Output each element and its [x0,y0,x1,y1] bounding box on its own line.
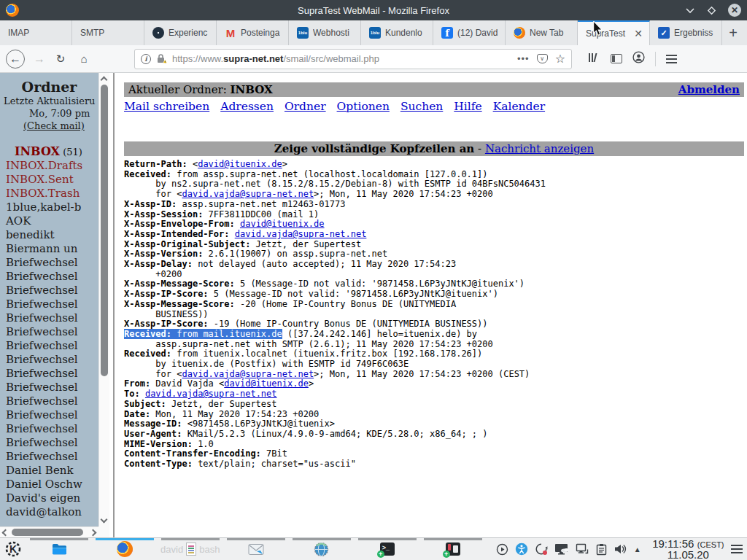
library-icon[interactable] [588,52,600,66]
folder-david-talkon[interactable]: david@talkon [0,505,98,519]
software-update-icon[interactable] [535,542,548,556]
folder-briefwechsel[interactable]: Briefwechsel [0,450,98,464]
email-address-link[interactable]: david@ituenix.de [240,219,325,229]
folder-briefwechsel[interactable]: Briefwechsel [0,353,98,367]
email-address-link[interactable]: david.vajda@supra-net.net [145,389,277,399]
site-info-icon[interactable]: i [141,54,151,64]
tab-posteinga[interactable]: MPosteinga [217,20,289,45]
tab-supratest[interactable]: SupraTest✕ [578,20,650,45]
reload-icon[interactable]: ↻ [51,52,70,66]
tab-new-tab[interactable]: New Tab [506,20,578,45]
scroll-left-icon[interactable] [2,529,9,537]
email-address-link[interactable]: david@ituenix.de [198,159,282,169]
scrollbar-thumb[interactable] [101,85,108,376]
folder-briefwechsel[interactable]: Briefwechsel [0,381,98,394]
folder-inbox-drafts[interactable]: INBOX.Drafts [0,159,98,173]
sidebar-horizontal-scrollbar[interactable] [0,526,98,537]
task-terminal-new[interactable]: >_+ [355,538,420,560]
folder-daniel-benk[interactable]: Daniel Benk [0,464,98,478]
menu-link-adressen[interactable]: Adressen [220,100,274,113]
view-message-link[interactable]: Nachricht anzeigen [485,142,594,155]
task-file-manager[interactable] [26,538,92,560]
media-player-icon[interactable] [496,543,508,556]
folder-inbox-sent[interactable]: INBOX.Sent [0,173,98,187]
back-icon[interactable]: ← [6,50,25,69]
tab-smtp[interactable]: SMTP [72,20,144,45]
folder-david-s-eigen[interactable]: David's eigen [0,491,98,505]
account-icon[interactable] [632,51,645,66]
task-konsole-session[interactable]: davidbash [158,538,223,560]
tab--12-david[interactable]: f(12) David [433,20,506,45]
pocket-icon[interactable]: ∨ [537,54,548,63]
folder-briefwechsel[interactable]: Briefwechsel [0,311,98,325]
menu-link-optionen[interactable]: Optionen [337,100,390,113]
tab-webhosti[interactable]: 1bluWebhosti [289,20,361,45]
email-address-link[interactable]: david.vajda@supra-net.net [182,189,314,199]
folder-briefwechsel[interactable]: Briefwechsel [0,284,98,298]
panel-menu-icon[interactable] [731,542,743,556]
menu-link-mail-schreiben[interactable]: Mail schreiben [124,100,209,113]
bookmark-star-icon[interactable]: ☆ [555,52,565,66]
folder-aok[interactable]: AOK [0,214,98,228]
folder-briefwechsel[interactable]: Briefwechsel [0,339,98,353]
email-address-link[interactable]: david@ituenix.de [224,378,309,389]
folder-biermann-un[interactable]: Biermann un [0,242,98,256]
screen-share-icon[interactable] [554,543,569,556]
menu-link-kalender[interactable]: Kalender [493,100,545,113]
menu-link-suchen[interactable]: Suchen [400,100,443,113]
folder-briefwechsel[interactable]: Briefwechsel [0,298,98,311]
folder-briefwechsel[interactable]: Briefwechsel [0,270,98,284]
tab-ergebniss[interactable]: ✓Ergebniss [650,20,722,45]
sidebar-vertical-scrollbar[interactable] [98,73,109,526]
tab-close-icon[interactable]: ✕ [633,28,643,39]
email-address-link[interactable]: david.vajda@supra-net.net [235,229,367,239]
folder-briefwechsel[interactable]: Briefwechsel [0,408,98,422]
network-icon[interactable] [576,543,589,556]
folder-briefwechsel[interactable]: Briefwechsel [0,436,98,450]
email-address-link[interactable]: david.vajda@supra-net.net [182,369,314,379]
tab-experienc[interactable]: Experienc [144,20,217,45]
logout-link[interactable]: Abmelden [678,83,740,96]
folder-inbox-trash[interactable]: INBOX.Trash [0,187,98,201]
insecure-lock-icon[interactable] [156,53,167,64]
task-editor-new[interactable]: + [420,538,486,560]
folder-benedikt[interactable]: benedikt [0,228,98,242]
folder-briefwechsel[interactable]: Briefwechsel [0,256,98,270]
close-icon[interactable]: ✕ [728,4,741,17]
folder-inbox[interactable]: INBOX (51) [0,144,98,159]
url-bar[interactable]: i https://www.supra-net.net/smail/src/we… [134,49,572,69]
task-firefox[interactable] [92,538,158,560]
accessibility-icon[interactable] [515,542,528,556]
menu-icon[interactable] [666,52,677,66]
folder-briefwechsel[interactable]: Briefwechsel [0,367,98,381]
scroll-right-icon[interactable] [90,529,97,537]
digital-clock[interactable]: 19:11:56 (CEST) 11.05.20 [650,539,727,560]
minimize-icon[interactable] [685,7,695,14]
scrollbar-thumb[interactable] [12,529,83,536]
expand-panel-icon[interactable]: ▲ [634,545,641,553]
frame-divider[interactable] [109,73,118,537]
scroll-down-icon[interactable] [101,516,108,524]
folder-1blue-kabel-b[interactable]: 1blue,kabel-b [0,201,98,214]
page-actions-icon[interactable]: ••• [517,53,530,64]
home-icon[interactable]: ⌂ [74,52,93,65]
volume-icon[interactable] [614,543,627,555]
menu-link-hilfe[interactable]: Hilfe [454,100,481,113]
scroll-up-icon[interactable] [101,77,108,84]
new-tab-button[interactable]: + [722,20,744,45]
application-launcher-icon[interactable]: K [0,538,26,560]
folder-briefwechsel[interactable]: Briefwechsel [0,422,98,436]
task-mail-client[interactable] [223,538,289,560]
clipboard-icon[interactable] [596,543,607,556]
maximize-icon[interactable] [707,6,716,15]
tab-imap[interactable]: IMAP [0,20,72,45]
check-mail-link[interactable]: (Check mail) [23,120,85,131]
sidebar-toggle-icon[interactable] [611,54,622,63]
folder-briefwechsel[interactable]: Briefwechsel [0,394,98,408]
task-web-globe[interactable] [289,538,355,560]
forward-icon[interactable]: → [31,52,48,66]
folder-daniel-oschw[interactable]: Daniel Oschw [0,478,98,491]
menu-link-ordner[interactable]: Ordner [285,100,326,113]
folder-briefwechsel[interactable]: Briefwechsel [0,325,98,339]
tab-kundenlo[interactable]: 1bluKundenlo [361,20,433,45]
